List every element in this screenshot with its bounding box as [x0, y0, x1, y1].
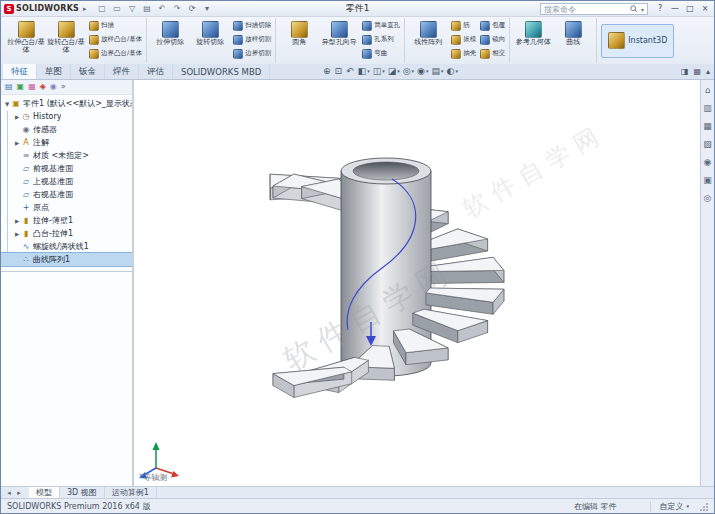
ribbon-button[interactable]: 筋	[450, 19, 477, 33]
ribbon-button[interactable]: 线性阵列	[408, 19, 448, 63]
task-scheduler-icon[interactable]: ▦	[693, 68, 701, 76]
document-tab[interactable]: 运动算例1	[105, 487, 157, 498]
tree-item[interactable]: ▱ 右视基准面	[1, 188, 132, 201]
edit-appearance-icon[interactable]: ◉▾	[417, 67, 428, 76]
ribbon-button[interactable]: 圆角	[279, 19, 319, 63]
redo-icon[interactable]: ↷	[172, 4, 183, 13]
menu-expand-icon[interactable]: ▸	[83, 5, 87, 13]
ribbon-button[interactable]: 放样凸台/基体	[88, 33, 143, 47]
undo-icon[interactable]: ↶	[157, 4, 168, 13]
save-icon[interactable]: ▽	[127, 4, 138, 13]
ribbon-tab[interactable]: 焊件	[105, 64, 139, 79]
tree-item[interactable]: ▱ 上视基准面	[1, 175, 132, 188]
ribbon-tab[interactable]: 特征	[3, 64, 37, 79]
search-box[interactable]: 搜索命令 ▾	[540, 3, 648, 15]
maximize-icon[interactable]: □	[683, 2, 697, 15]
tree-item[interactable]: ▶ A 注解	[1, 136, 132, 149]
ribbon-button[interactable]: 参考几何体	[513, 19, 553, 63]
expand-arrow[interactable]: ▶	[13, 140, 21, 146]
ribbon-button[interactable]: 边界凸台/基体	[88, 47, 143, 61]
appearances-icon[interactable]: ◉	[704, 158, 712, 167]
ribbon-button[interactable]: 旋转凸台/基体	[46, 19, 86, 63]
zoom-fit-icon[interactable]: ⊕	[323, 67, 332, 76]
ribbon-tab[interactable]: 草图	[37, 64, 71, 79]
ribbon-button[interactable]: 放样切割	[232, 33, 272, 47]
ribbon-button[interactable]: 拉伸切除	[150, 19, 190, 63]
open-icon[interactable]: ▭	[112, 4, 123, 13]
zoom-area-icon[interactable]: ⊡	[335, 67, 344, 76]
collapse-ribbon-icon[interactable]: ▴	[706, 68, 710, 76]
ribbon-button[interactable]: 旋转切除	[190, 19, 230, 63]
resize-grip[interactable]	[699, 502, 708, 511]
ribbon-tab[interactable]: SOLIDWORKS MBD	[173, 64, 270, 79]
display-pane-icon[interactable]: ◨	[681, 68, 689, 76]
ribbon-button[interactable]: 镜向	[479, 33, 506, 47]
search-icon[interactable]	[630, 5, 638, 13]
propertymanager-tab-icon[interactable]: ▣	[17, 83, 25, 91]
scroll-tabs-right-icon[interactable]: ▸	[15, 489, 23, 497]
tree-item[interactable]: ▶ ▮ 拉伸-薄壁1	[1, 214, 132, 227]
tree-item[interactable]: ▼ ▣ 零件1 (默认<<默认>_显示状态 1>)	[1, 97, 132, 110]
instant3d-toggle[interactable]: Instant3D	[601, 24, 674, 58]
tree-item[interactable]: ≡ 材质 <未指定>	[1, 149, 132, 162]
file-explorer-icon[interactable]: ▦	[703, 122, 712, 131]
hide-show-items-icon[interactable]: ◎▾	[403, 67, 414, 76]
ribbon-button[interactable]: 抽壳	[450, 47, 477, 61]
expand-arrow[interactable]: ▼	[3, 101, 11, 107]
print-icon[interactable]: ▤	[142, 4, 153, 13]
custom-properties-icon[interactable]: ▣	[703, 176, 712, 185]
graphics-area[interactable]: 软件自学网 软件自学网 *等轴测	[134, 80, 700, 486]
tree-item[interactable]: ∴ 曲线阵列1	[1, 253, 132, 266]
document-tab[interactable]: 模型	[29, 487, 60, 498]
dimxpert-tab-icon[interactable]: ◈	[40, 83, 46, 91]
ribbon-button[interactable]: 简单直孔	[361, 19, 401, 33]
display-style-icon[interactable]: ◪▾	[388, 67, 400, 76]
ribbon-button[interactable]: 孔系列	[361, 33, 401, 47]
ribbon-tab[interactable]: 钣金	[71, 64, 105, 79]
ribbon-button[interactable]: 拉伸凸台/基体	[6, 19, 46, 63]
tree-item[interactable]: ▱ 前视基准面	[1, 162, 132, 175]
tree-item[interactable]: ▶ ▮ 凸台-拉伸1	[1, 227, 132, 240]
view-settings-icon[interactable]: ◐▾	[447, 67, 458, 76]
view-orientation-icon[interactable]: ◫▾	[373, 67, 385, 76]
forum-icon[interactable]: ◎	[704, 194, 712, 203]
apply-scene-icon[interactable]: ▤▾	[431, 67, 443, 76]
minimize-icon[interactable]: —	[668, 2, 682, 15]
document-tab[interactable]: 3D 视图	[60, 487, 105, 498]
model-canvas[interactable]	[134, 80, 700, 486]
status-custom-dropdown[interactable]: 自定义▾	[650, 501, 689, 512]
panel-more-icon[interactable]: »	[61, 83, 66, 91]
displaymanager-tab-icon[interactable]: ◉	[50, 83, 57, 91]
ribbon-button[interactable]: 曲线	[553, 19, 593, 63]
ribbon-button[interactable]: 异型孔向导	[319, 19, 359, 63]
ribbon-button[interactable]: 边界切割	[232, 47, 272, 61]
staircase-step[interactable]	[430, 270, 504, 283]
search-dropdown-icon[interactable]: ▾	[641, 6, 644, 13]
ribbon-button[interactable]: 扫描切除	[232, 19, 272, 33]
help-icon[interactable]: ?	[653, 2, 667, 15]
scroll-tabs-left-icon[interactable]: ◂	[5, 489, 13, 497]
ribbon-button[interactable]: 扫描	[88, 19, 143, 33]
ribbon-button[interactable]: 相交	[479, 47, 506, 61]
tree-item[interactable]: ▶ ◷ History	[1, 110, 132, 123]
resources-home-icon[interactable]: ⌂	[705, 86, 711, 95]
ribbon-button[interactable]: 包覆	[479, 19, 506, 33]
expand-arrow[interactable]: ▶	[13, 114, 21, 120]
featuremanager-tab-icon[interactable]: ▤	[5, 83, 13, 91]
section-view-icon[interactable]: ◧▾	[358, 67, 370, 76]
rebuild-icon[interactable]: ⟳	[187, 4, 198, 13]
previous-view-icon[interactable]: ↶	[346, 67, 355, 76]
new-document-icon[interactable]: ▢	[97, 4, 108, 13]
ribbon-button[interactable]: 拔模	[450, 33, 477, 47]
design-library-icon[interactable]: ▥	[703, 104, 712, 113]
expand-arrow[interactable]: ▶	[13, 218, 21, 224]
ribbon-button[interactable]: 弯曲	[361, 47, 401, 61]
tree-item[interactable]: ◉ 传感器	[1, 123, 132, 136]
tree-item[interactable]: ∿ 螺旋线/涡状线1	[1, 240, 132, 253]
close-icon[interactable]: ×	[698, 2, 712, 15]
expand-arrow[interactable]: ▶	[13, 231, 21, 237]
view-palette-icon[interactable]: ▧	[703, 140, 712, 149]
featuremanager-split-bar[interactable]	[1, 271, 132, 272]
tree-item[interactable]: + 原点	[1, 201, 132, 214]
options-gear-icon[interactable]: ▾	[202, 4, 213, 13]
